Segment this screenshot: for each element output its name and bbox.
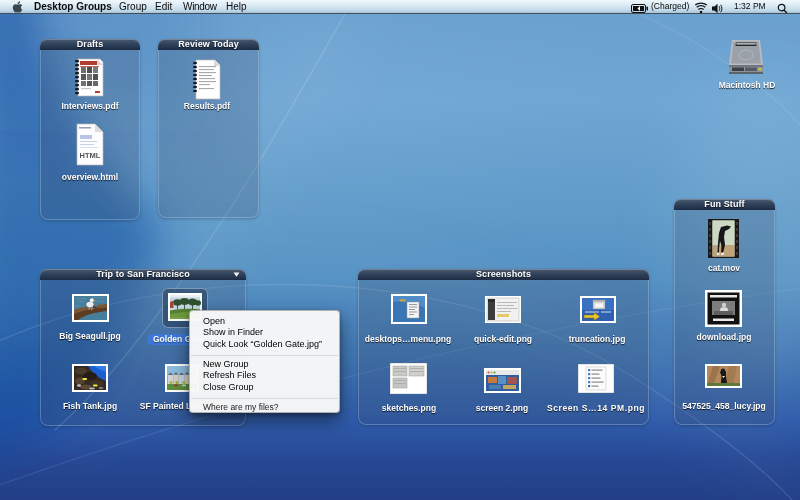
svg-text:HTML: HTML bbox=[80, 151, 101, 160]
